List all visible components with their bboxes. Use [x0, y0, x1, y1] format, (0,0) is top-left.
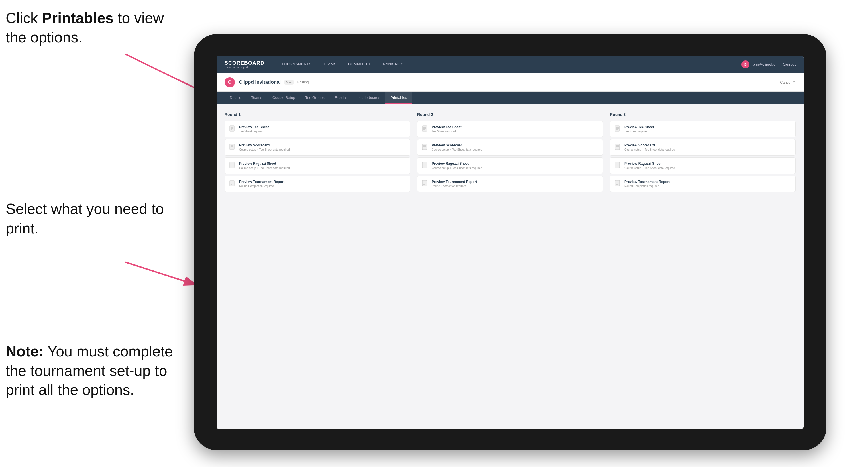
- round-2-title: Round 2: [417, 112, 603, 117]
- round-2-tee-sheet-subtitle: Tee Sheet required: [432, 130, 598, 133]
- round-1-tournament-report-card[interactable]: Preview Tournament Report Round Completi…: [224, 176, 410, 192]
- round-1-raguzzi-subtitle: Course setup + Tee Sheet data required: [239, 166, 405, 169]
- round-2-scorecard-text: Preview Scorecard Course setup + Tee She…: [432, 143, 598, 151]
- round-3-tournament-report-card[interactable]: Preview Tournament Report Round Completi…: [610, 176, 796, 192]
- round-1-tournament-report-text: Preview Tournament Report Round Completi…: [239, 180, 405, 188]
- document-icon: [615, 144, 621, 151]
- document-icon: [422, 144, 428, 151]
- tablet-frame: SCOREBOARD Powered by clippd TOURNAMENTS…: [194, 34, 827, 450]
- round-1-column: Round 1: [224, 112, 410, 192]
- round-3-scorecard-text: Preview Scorecard Course setup + Tee She…: [624, 143, 791, 151]
- document-icon: [615, 125, 621, 133]
- round-2-column: Round 2 Preview Tee Sheet Tee Sheet requ…: [417, 112, 603, 192]
- document-icon: [422, 125, 428, 133]
- sign-out-link[interactable]: Sign out: [783, 62, 796, 66]
- round-3-raguzzi-title: Preview Raguzzi Sheet: [624, 161, 791, 165]
- round-1-raguzzi-title: Preview Raguzzi Sheet: [239, 161, 405, 165]
- round-3-tee-sheet-text: Preview Tee Sheet Tee Sheet required: [624, 125, 791, 133]
- round-1-scorecard-title: Preview Scorecard: [239, 143, 405, 147]
- round-3-tournament-report-title: Preview Tournament Report: [624, 180, 791, 184]
- nav-item-teams[interactable]: TEAMS: [317, 56, 342, 73]
- round-2-tournament-report-subtitle: Round Completion required: [432, 185, 598, 188]
- top-nav: SCOREBOARD Powered by clippd TOURNAMENTS…: [217, 56, 804, 73]
- main-content: Round 1: [217, 104, 804, 429]
- round-2-tournament-report-card[interactable]: Preview Tournament Report Round Completi…: [417, 176, 603, 192]
- round-1-scorecard-text: Preview Scorecard Course setup + Tee She…: [239, 143, 405, 151]
- nav-right: B blair@clippd.io | Sign out: [742, 60, 796, 68]
- document-icon: [615, 162, 621, 169]
- round-3-scorecard-title: Preview Scorecard: [624, 143, 791, 147]
- round-2-tee-sheet-card[interactable]: Preview Tee Sheet Tee Sheet required: [417, 121, 603, 137]
- round-2-raguzzi-text: Preview Raguzzi Sheet Course setup + Tee…: [432, 161, 598, 169]
- round-2-scorecard-subtitle: Course setup + Tee Sheet data required: [432, 148, 598, 151]
- round-2-scorecard-title: Preview Scorecard: [432, 143, 598, 147]
- round-1-cards: Preview Tee Sheet Tee Sheet required: [224, 121, 410, 192]
- round-1-tee-sheet-card[interactable]: Preview Tee Sheet Tee Sheet required: [224, 121, 410, 137]
- round-2-tournament-report-text: Preview Tournament Report Round Completi…: [432, 180, 598, 188]
- document-icon: [422, 162, 428, 169]
- nav-separator: |: [779, 62, 780, 66]
- logo-area: SCOREBOARD Powered by clippd: [224, 60, 265, 69]
- document-icon: [615, 180, 621, 187]
- round-3-raguzzi-card[interactable]: Preview Raguzzi Sheet Course setup + Tee…: [610, 157, 796, 174]
- tablet-screen: SCOREBOARD Powered by clippd TOURNAMENTS…: [217, 56, 804, 429]
- round-2-scorecard-card[interactable]: Preview Scorecard Course setup + Tee She…: [417, 139, 603, 156]
- document-icon: [422, 180, 428, 187]
- round-3-scorecard-card[interactable]: Preview Scorecard Course setup + Tee She…: [610, 139, 796, 156]
- tournament-header: C Clippd Invitational Men Hosting Cancel…: [217, 73, 804, 92]
- round-1-tournament-report-title: Preview Tournament Report: [239, 180, 405, 184]
- sub-tab-tee-groups[interactable]: Tee Groups: [300, 92, 330, 104]
- document-icon: [229, 180, 236, 187]
- round-3-tee-sheet-subtitle: Tee Sheet required: [624, 130, 791, 133]
- round-1-tee-sheet-text: Preview Tee Sheet Tee Sheet required: [239, 125, 405, 133]
- rounds-grid: Round 1: [224, 112, 796, 192]
- nav-item-committee[interactable]: COMMITTEE: [342, 56, 377, 73]
- sub-tab-details[interactable]: Details: [224, 92, 246, 104]
- sub-tab-printables[interactable]: Printables: [385, 92, 412, 104]
- round-2-tee-sheet-text: Preview Tee Sheet Tee Sheet required: [432, 125, 598, 133]
- tournament-badge: Men: [283, 80, 294, 85]
- round-2-raguzzi-subtitle: Course setup + Tee Sheet data required: [432, 166, 598, 169]
- round-2-raguzzi-card[interactable]: Preview Raguzzi Sheet Course setup + Tee…: [417, 157, 603, 174]
- round-1-scorecard-card[interactable]: Preview Scorecard Course setup + Tee She…: [224, 139, 410, 156]
- round-3-cards: Preview Tee Sheet Tee Sheet required Pre…: [610, 121, 796, 192]
- annotation-top: Click Printables to view the options.: [6, 8, 177, 47]
- tournament-status: Hosting: [297, 80, 309, 84]
- round-3-title: Round 3: [610, 112, 796, 117]
- user-email: blair@clippd.io: [753, 62, 775, 66]
- round-3-raguzzi-subtitle: Course setup + Tee Sheet data required: [624, 166, 791, 169]
- round-3-tournament-report-text: Preview Tournament Report Round Completi…: [624, 180, 791, 188]
- tournament-logo: C: [224, 77, 235, 88]
- sub-tab-leaderboards[interactable]: Leaderboards: [352, 92, 385, 104]
- round-2-tournament-report-title: Preview Tournament Report: [432, 180, 598, 184]
- round-1-title: Round 1: [224, 112, 410, 117]
- round-3-tee-sheet-card[interactable]: Preview Tee Sheet Tee Sheet required: [610, 121, 796, 137]
- nav-item-tournaments[interactable]: TOURNAMENTS: [276, 56, 317, 73]
- nav-avatar: B: [742, 60, 749, 68]
- logo-sub: Powered by clippd: [224, 66, 265, 69]
- nav-items: TOURNAMENTS TEAMS COMMITTEE RANKINGS: [276, 56, 742, 73]
- sub-tab-course-setup[interactable]: Course Setup: [267, 92, 300, 104]
- round-1-tee-sheet-subtitle: Tee Sheet required: [239, 130, 405, 133]
- round-1-tee-sheet-title: Preview Tee Sheet: [239, 125, 405, 129]
- round-3-tee-sheet-title: Preview Tee Sheet: [624, 125, 791, 129]
- round-1-raguzzi-text: Preview Raguzzi Sheet Course setup + Tee…: [239, 161, 405, 169]
- document-icon: [229, 125, 236, 133]
- sub-tab-teams[interactable]: Teams: [246, 92, 267, 104]
- sub-tabs: Details Teams Course Setup Tee Groups Re…: [217, 92, 804, 104]
- annotation-bold-printables: Printables: [42, 10, 114, 26]
- annotation-mid: Select what you need to print.: [6, 199, 171, 238]
- cancel-button[interactable]: Cancel ✕: [780, 80, 796, 85]
- round-2-tee-sheet-title: Preview Tee Sheet: [432, 125, 598, 129]
- tournament-name: Clippd Invitational: [239, 80, 281, 85]
- round-3-column: Round 3 Preview Tee Sheet Tee Sheet requ…: [610, 112, 796, 192]
- round-3-tournament-report-subtitle: Round Completion required: [624, 185, 791, 188]
- round-2-raguzzi-title: Preview Raguzzi Sheet: [432, 161, 598, 165]
- nav-item-rankings[interactable]: RANKINGS: [377, 56, 409, 73]
- round-1-raguzzi-card[interactable]: Preview Raguzzi Sheet Course setup + Tee…: [224, 157, 410, 174]
- round-2-cards: Preview Tee Sheet Tee Sheet required Pre…: [417, 121, 603, 192]
- round-1-scorecard-subtitle: Course setup + Tee Sheet data required: [239, 148, 405, 151]
- round-3-raguzzi-text: Preview Raguzzi Sheet Course setup + Tee…: [624, 161, 791, 169]
- sub-tab-results[interactable]: Results: [330, 92, 352, 104]
- annotation-note-label: Note:: [6, 343, 43, 360]
